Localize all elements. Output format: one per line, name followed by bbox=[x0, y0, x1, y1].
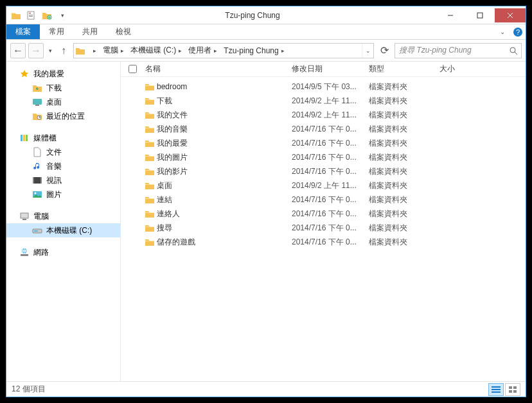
address-dropdown-icon[interactable]: ⌄ bbox=[362, 44, 373, 58]
file-list-pane: 名稱 修改日期 類型 大小 bedroom2014/9/5 下午 03...檔案… bbox=[121, 62, 526, 381]
file-name: 連結 bbox=[157, 194, 292, 205]
help-icon[interactable]: ? bbox=[510, 24, 526, 39]
file-row[interactable]: bedroom2014/9/5 下午 03...檔案資料夾 bbox=[121, 80, 526, 94]
ribbon-expand-icon[interactable]: ⌄ bbox=[495, 24, 510, 39]
svg-line-12 bbox=[515, 52, 517, 55]
search-icon[interactable] bbox=[506, 46, 521, 55]
breadcrumb-drive[interactable]: 本機磁碟 (C:)▸ bbox=[127, 44, 184, 58]
svg-rect-36 bbox=[513, 390, 517, 393]
nav-downloads[interactable]: 下載 bbox=[6, 81, 120, 95]
column-size[interactable]: 大小 bbox=[439, 64, 478, 74]
column-date[interactable]: 修改日期 bbox=[292, 64, 369, 74]
file-name: 連絡人 bbox=[157, 209, 292, 219]
qat-properties-icon[interactable] bbox=[24, 8, 39, 22]
nav-computer[interactable]: 電腦 bbox=[6, 209, 120, 223]
nav-videos[interactable]: 視訊 bbox=[6, 173, 120, 187]
file-name: 我的最愛 bbox=[157, 138, 292, 149]
file-type: 檔案資料夾 bbox=[369, 209, 439, 219]
navigation-pane: 我的最愛 下載 桌面 最近的位置 媒體櫃 文件 音樂 視訊 圖片 bbox=[6, 62, 121, 381]
file-row[interactable]: 我的文件2014/9/2 上午 11...檔案資料夾 bbox=[121, 108, 526, 122]
back-button[interactable]: ← bbox=[10, 43, 26, 58]
folder-icon bbox=[144, 209, 155, 218]
nav-network[interactable]: 網路 bbox=[6, 245, 120, 259]
file-row[interactable]: 連結2014/7/16 下午 0...檔案資料夾 bbox=[121, 193, 526, 207]
nav-documents[interactable]: 文件 bbox=[6, 145, 120, 159]
search-box[interactable]: 搜尋 Tzu-ping Chung bbox=[395, 43, 522, 58]
app-icon[interactable] bbox=[9, 8, 23, 22]
nav-desktop[interactable]: 桌面 bbox=[6, 95, 120, 109]
network-icon bbox=[19, 247, 30, 257]
search-placeholder: 搜尋 Tzu-ping Chung bbox=[395, 45, 506, 56]
address-bar[interactable]: ▸ 電腦▸ 本機磁碟 (C:)▸ 使用者▸ Tzu-ping Chung▸ ⌄ bbox=[73, 43, 374, 58]
svg-rect-18 bbox=[26, 135, 28, 141]
nav-favorites[interactable]: 我的最愛 bbox=[6, 67, 120, 81]
column-name[interactable]: 名稱 bbox=[144, 64, 292, 74]
close-button[interactable] bbox=[495, 8, 526, 22]
tab-home[interactable]: 常用 bbox=[40, 24, 73, 39]
minimize-button[interactable] bbox=[436, 8, 465, 22]
folder-icon bbox=[144, 181, 155, 190]
item-count: 12 個項目 bbox=[12, 384, 46, 395]
file-row[interactable]: 我的影片2014/7/16 下午 0...檔案資料夾 bbox=[121, 164, 526, 178]
nav-recent[interactable]: 最近的位置 bbox=[6, 109, 120, 123]
title-bar: ▾ Tzu-ping Chung bbox=[6, 6, 526, 24]
svg-rect-30 bbox=[492, 386, 501, 388]
svg-point-23 bbox=[35, 193, 37, 194]
file-name: 我的文件 bbox=[157, 110, 292, 121]
file-name: 我的圖片 bbox=[157, 152, 292, 163]
nav-music[interactable]: 音樂 bbox=[6, 159, 120, 173]
tab-file[interactable]: 檔案 bbox=[6, 24, 40, 39]
file-row[interactable]: 我的音樂2014/7/16 下午 0...檔案資料夾 bbox=[121, 122, 526, 136]
tab-view[interactable]: 檢視 bbox=[107, 24, 140, 39]
navigation-bar: ← → ▾ ↑ ▸ 電腦▸ 本機磁碟 (C:)▸ 使用者▸ Tzu-ping C… bbox=[6, 40, 526, 62]
ribbon-tabs: 檔案 常用 共用 檢視 ⌄ ? bbox=[6, 24, 526, 40]
file-row[interactable]: 連絡人2014/7/16 下午 0...檔案資料夾 bbox=[121, 207, 526, 221]
video-icon bbox=[32, 175, 42, 185]
file-row[interactable]: 下載2014/9/2 上午 11...檔案資料夾 bbox=[121, 94, 526, 108]
file-row[interactable]: 桌面2014/9/2 上午 11...檔案資料夾 bbox=[121, 178, 526, 193]
computer-icon bbox=[19, 211, 30, 221]
nav-drive-c[interactable]: 本機磁碟 (C:) bbox=[6, 223, 120, 237]
file-row[interactable]: 搜尋2014/7/16 下午 0...檔案資料夾 bbox=[121, 221, 526, 235]
refresh-button[interactable]: ⟳ bbox=[377, 43, 392, 58]
file-type: 檔案資料夾 bbox=[369, 194, 439, 205]
svg-rect-32 bbox=[492, 391, 501, 393]
folder-icon bbox=[32, 83, 42, 93]
history-dropdown-icon[interactable]: ▾ bbox=[46, 47, 54, 54]
desktop-icon bbox=[32, 97, 42, 107]
picture-icon bbox=[32, 189, 42, 200]
file-date: 2014/7/16 下午 0... bbox=[292, 138, 369, 149]
column-type[interactable]: 類型 bbox=[369, 64, 439, 74]
file-type: 檔案資料夾 bbox=[369, 152, 439, 163]
forward-button[interactable]: → bbox=[28, 43, 44, 58]
tab-share[interactable]: 共用 bbox=[73, 24, 107, 39]
details-view-button[interactable] bbox=[488, 383, 504, 396]
file-date: 2014/7/16 下午 0... bbox=[292, 124, 369, 135]
svg-rect-34 bbox=[513, 386, 517, 389]
qat-new-folder-icon[interactable] bbox=[40, 8, 54, 22]
icons-view-button[interactable] bbox=[505, 383, 520, 396]
qat-dropdown-icon[interactable]: ▾ bbox=[55, 8, 69, 22]
file-name: 下載 bbox=[157, 96, 292, 107]
folder-icon bbox=[144, 195, 155, 204]
file-row[interactable]: 我的圖片2014/7/16 下午 0...檔案資料夾 bbox=[121, 150, 526, 164]
svg-rect-24 bbox=[21, 213, 28, 218]
file-row[interactable]: 我的最愛2014/7/16 下午 0...檔案資料夾 bbox=[121, 136, 526, 150]
select-all-checkbox[interactable] bbox=[121, 65, 144, 73]
file-rows: bedroom2014/9/5 下午 03...檔案資料夾下載2014/9/2 … bbox=[121, 77, 526, 381]
breadcrumb-root[interactable]: ▸ bbox=[87, 44, 99, 58]
recent-icon bbox=[32, 111, 42, 121]
file-date: 2014/7/16 下午 0... bbox=[292, 223, 369, 234]
breadcrumb-current[interactable]: Tzu-ping Chung▸ bbox=[220, 44, 287, 58]
nav-libraries[interactable]: 媒體櫃 bbox=[6, 131, 120, 145]
quick-access-toolbar: ▾ bbox=[6, 8, 69, 22]
nav-pictures[interactable]: 圖片 bbox=[6, 187, 120, 202]
folder-icon bbox=[144, 153, 155, 162]
breadcrumb-computer[interactable]: 電腦▸ bbox=[99, 44, 127, 58]
maximize-button[interactable] bbox=[465, 8, 495, 22]
breadcrumb-users[interactable]: 使用者▸ bbox=[184, 44, 220, 58]
file-row[interactable]: 儲存的遊戲2014/7/16 下午 0...檔案資料夾 bbox=[121, 235, 526, 249]
up-button[interactable]: ↑ bbox=[57, 44, 71, 58]
file-type: 檔案資料夾 bbox=[369, 81, 439, 92]
svg-rect-3 bbox=[29, 16, 33, 17]
